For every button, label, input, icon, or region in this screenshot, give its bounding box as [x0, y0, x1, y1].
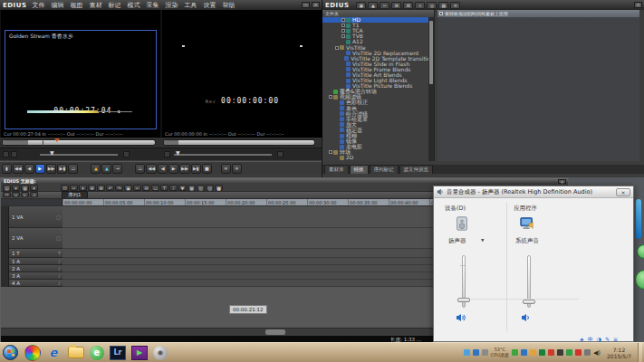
timeline-toolbar-button[interactable]: ▾: [30, 185, 38, 191]
timeline-toolbar-button[interactable]: ■: [215, 185, 223, 191]
tray-icon[interactable]: [575, 349, 582, 356]
timeline-toolbar-button[interactable]: ⊞: [88, 185, 96, 191]
timeline-toolbar-button[interactable]: ▤: [3, 185, 11, 191]
jog-button[interactable]: [277, 151, 284, 157]
taskbar-app-media-icon[interactable]: ◉: [153, 346, 168, 360]
menu-item[interactable]: 文件: [32, 1, 44, 10]
tray-icon[interactable]: [473, 349, 479, 356]
transport-button[interactable]: ▭: [135, 164, 145, 174]
sequence-tab[interactable]: 序列1: [62, 191, 88, 198]
minimize-button[interactable]: —: [302, 2, 310, 8]
floating-ball-icon[interactable]: [637, 244, 644, 259]
timeline-toolbar-button[interactable]: ⊟: [142, 185, 150, 191]
bin-toolbar-button[interactable]: ✂: [380, 2, 389, 9]
tree-expand-box[interactable]: [329, 150, 332, 154]
scrub-playhead[interactable]: [54, 138, 60, 142]
tray-icon[interactable]: [584, 349, 591, 356]
bin-toolbar-button[interactable]: ▲: [368, 2, 378, 9]
palette-tab[interactable]: 素材库: [324, 165, 349, 174]
track-header[interactable]: 4 A ♪: [9, 280, 62, 287]
edit-button[interactable]: ▲: [91, 164, 101, 174]
timeline-mode-button[interactable]: ⊏: [21, 192, 29, 197]
timeline-toolbar-button[interactable]: ▾: [79, 185, 87, 191]
edit-button[interactable]: ▲: [101, 164, 111, 174]
bin-toolbar-button[interactable]: ⊠: [403, 2, 413, 9]
transport-button[interactable]: ▮: [2, 164, 12, 174]
timeline-toolbar-button[interactable]: ⊠: [97, 185, 105, 191]
transport-button[interactable]: ◀◀: [13, 164, 24, 174]
bin-close-button[interactable]: ×: [634, 2, 642, 8]
volume-tray-icon[interactable]: ◀): [593, 349, 601, 357]
transport-button[interactable]: ▶: [35, 164, 45, 174]
floating-ball-icon[interactable]: [635, 270, 644, 290]
bin-toolbar-button[interactable]: ⊞: [391, 2, 401, 9]
device-name[interactable]: 扬声器: [448, 237, 466, 245]
jog-button[interactable]: [123, 151, 130, 157]
transport-button[interactable]: ■: [202, 164, 212, 174]
timeline-mode-button[interactable]: ⊐: [30, 192, 38, 197]
timeline-toolbar-button[interactable]: ▨: [197, 185, 205, 191]
timeline-toolbar-button[interactable]: ▾: [12, 185, 20, 191]
mixer-titlebar[interactable]: 音量合成器 - 扬声器 (Realtek High Definition Aud…: [434, 186, 633, 198]
bin-toolbar-button[interactable]: ▦: [438, 2, 448, 9]
transport-button[interactable]: ◀: [158, 164, 168, 174]
tree-expand-box[interactable]: [329, 95, 332, 99]
transport-button[interactable]: ▶▮: [191, 164, 201, 174]
tree-expand-box[interactable]: [341, 29, 345, 33]
slider-handle[interactable]: [457, 298, 470, 302]
tree-expand-box[interactable]: [341, 34, 345, 38]
menu-item[interactable]: 设置: [203, 1, 216, 10]
tray-icon[interactable]: [512, 349, 518, 356]
track-header[interactable]: 1 A ♪: [9, 258, 62, 265]
timeline-toolbar-button[interactable]: ▩: [187, 185, 196, 191]
track-header[interactable]: 1 T T: [9, 249, 62, 258]
tree-scrollbar[interactable]: [428, 17, 434, 161]
floating-widget-bar[interactable]: [636, 199, 641, 239]
recorder-shuttle-handle[interactable]: ▼: [176, 149, 180, 156]
menu-list-button[interactable]: ≡: [232, 164, 242, 174]
menu-item[interactable]: 采集: [146, 1, 159, 10]
device-mute-button[interactable]: [456, 313, 466, 322]
recorder-shuttle-slider[interactable]: [174, 154, 272, 156]
edit-button[interactable]: →: [112, 164, 122, 174]
transport-button[interactable]: ◀: [24, 164, 34, 174]
close-button[interactable]: ×: [312, 2, 320, 8]
transport-button[interactable]: ▶: [168, 164, 178, 174]
show-desktop-button[interactable]: [638, 343, 642, 362]
tray-icon[interactable]: [464, 349, 470, 356]
player-shuttle-handle[interactable]: ▼: [50, 149, 54, 156]
player-scrub-bar[interactable]: [2, 139, 156, 146]
menu-item[interactable]: 模式: [127, 1, 139, 10]
taskbar-app-edius-icon[interactable]: ▶: [131, 346, 148, 360]
slider-handle[interactable]: [523, 300, 535, 304]
taskbar-clock[interactable]: 7:12 2015/5/7: [603, 347, 635, 359]
bin-toolbar-button[interactable]: ≡: [450, 2, 460, 9]
app-mute-button[interactable]: [521, 313, 532, 322]
taskbar-app-lightroom-icon[interactable]: Lr: [110, 346, 126, 360]
palette-tab[interactable]: 源文件浏览: [399, 165, 434, 174]
timeline-scroll-thumb[interactable]: [265, 329, 285, 335]
transport-button[interactable]: ◀◀: [146, 164, 157, 174]
bin-toolbar-button[interactable]: ◎: [427, 2, 437, 9]
taskbar-app-pinwheel-icon[interactable]: [24, 345, 41, 361]
transport-button[interactable]: ▶▶: [179, 164, 190, 174]
tray-icon[interactable]: [539, 349, 545, 356]
tray-icon[interactable]: [557, 349, 563, 356]
track-header[interactable]: 1 VA □: [9, 206, 62, 228]
timeline-toolbar-button[interactable]: ✂: [133, 185, 141, 191]
timeline-toolbar-button[interactable]: ▦: [21, 185, 29, 191]
device-dropdown-arrow[interactable]: ▼: [481, 238, 484, 243]
timeline-mode-button[interactable]: ⊓: [3, 192, 11, 197]
tray-icon[interactable]: [566, 349, 572, 356]
track-header[interactable]: 3 A ♪: [9, 272, 62, 280]
timeline-close-button[interactable]: ×: [558, 179, 566, 184]
tray-icon[interactable]: [548, 349, 554, 356]
timeline-mode-button[interactable]: ⊔: [12, 192, 20, 197]
taskbar-app-explorer-icon[interactable]: [68, 347, 84, 358]
transport-button[interactable]: ▶▮: [57, 164, 67, 174]
timeline-toolbar-button[interactable]: ♪: [169, 185, 178, 191]
timeline-toolbar-button[interactable]: ↷: [115, 185, 123, 191]
menu-item[interactable]: 视图: [70, 1, 82, 10]
menu-item[interactable]: 渲染: [165, 1, 178, 10]
track-header[interactable]: 2 A ♪: [9, 265, 62, 272]
